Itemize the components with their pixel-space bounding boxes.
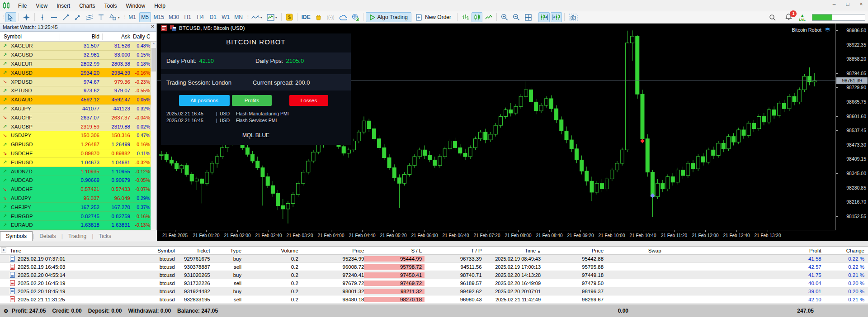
timeframe-w1[interactable]: W1	[220, 12, 231, 22]
timeframe-mn[interactable]: MN	[232, 12, 245, 22]
zoom-out-icon[interactable]	[511, 12, 522, 22]
market-watch-row-eurusd[interactable]: ↗EURUSD1.046731.04681-0.32%	[0, 158, 156, 167]
market-watch-row-xagusd[interactable]: ↗XAGUSD32.98133.0000.15%	[0, 51, 156, 60]
menu-insert[interactable]: Insert	[52, 1, 75, 10]
market-watch-row-eurgbp[interactable]: ↗EURGBP0.827450.82759-0.16%	[0, 212, 156, 221]
market-watch-row-audjpy[interactable]: ↘AUDJPY96.03796.0490.29%	[0, 194, 156, 203]
history-col-time2[interactable]: Time ▲	[482, 248, 541, 253]
market-watch-row-audnzd[interactable]: ↗AUDNZD1.109351.10955-0.12%	[0, 167, 156, 176]
menu-file[interactable]: File	[14, 1, 31, 10]
history-col-time[interactable]: Time	[0, 248, 134, 253]
menu-window[interactable]: Window	[122, 1, 150, 10]
time-axis[interactable]: 21 Feb 202521 Feb 01:2021 Feb 02:0021 Fe…	[157, 230, 836, 241]
cloud-icon[interactable]	[337, 12, 349, 22]
market-watch-row-euraud[interactable]: ↗EURAUD1.638181.63831-0.13%	[0, 221, 156, 230]
robot-button-profits[interactable]: Profits	[232, 95, 272, 106]
toolbox-close-icon[interactable]: x	[1, 247, 6, 252]
history-row[interactable]: 2025.02.20 18:45:19btcusd931924482buy0.2…	[0, 287, 868, 295]
menu-charts[interactable]: Charts	[75, 1, 99, 10]
history-col-tp[interactable]: T / P	[425, 248, 482, 253]
market-watch-row-xaugbp[interactable]: ↗XAUGBP2319.592319.880.02%	[0, 122, 156, 131]
history-col-swap[interactable]: Swap	[604, 248, 661, 253]
timeframe-m5[interactable]: M5	[139, 12, 151, 22]
tile-windows-icon[interactable]	[523, 12, 533, 22]
timeframe-m15[interactable]: M15	[152, 12, 166, 22]
market-watch-row-xauusd[interactable]: ↗XAUUSD2934.202934.39-0.16%	[0, 68, 156, 77]
history-col-vol[interactable]: Volume	[241, 248, 298, 253]
market-watch-row-audcad[interactable]: ↗AUDCAD0.906690.90679-0.05%	[0, 176, 156, 185]
scrollbar-thumb[interactable]	[151, 48, 156, 71]
history-col-type[interactable]: Type	[210, 248, 242, 253]
text-icon[interactable]	[96, 12, 107, 22]
history-row[interactable]: 2025.02.19 07:37:01btcusd929761675buy0.2…	[0, 255, 868, 263]
notifications-icon[interactable]: 1	[785, 13, 793, 22]
minimize-button[interactable]: –	[831, 1, 837, 7]
history-row[interactable]: 2025.02.19 16:45:03btcusd930378887sell0.…	[0, 263, 868, 271]
market-watch-row-xageur[interactable]: ↗XAGEUR31.50731.5260.48%	[0, 42, 156, 51]
line-chart-icon[interactable]	[483, 12, 494, 22]
bars-icon[interactable]	[460, 12, 471, 22]
history-col-ticket[interactable]: Ticket	[175, 248, 210, 253]
channel-icon[interactable]	[84, 12, 95, 22]
search-icon[interactable]	[767, 13, 778, 23]
market-watch-scrollbar[interactable]: ˄ ˅	[151, 42, 156, 241]
camera-icon[interactable]	[567, 12, 580, 22]
dollar-icon[interactable]: $	[284, 12, 295, 22]
zoom-in-icon[interactable]	[499, 12, 510, 22]
market-watch-row-chfjpy[interactable]: ↗CHFJPY167.252167.2700.37%	[0, 203, 156, 212]
cursor-icon[interactable]	[5, 12, 16, 22]
history-col-symbol[interactable]: Symbol	[134, 248, 175, 253]
market-watch-row-gbpusd[interactable]: ↗GBPUSD1.264871.26499-0.16%	[0, 140, 156, 149]
market-watch-col-symbol[interactable]: Symbol	[0, 33, 60, 40]
market-watch-row-usdjpy[interactable]: ↘USDJPY150.306150.3160.47%	[0, 131, 156, 140]
angle-trend-icon[interactable]	[72, 12, 83, 22]
template-icon[interactable]: ▾	[265, 12, 279, 22]
history-row[interactable]: 2025.02.20 04:55:14btcusd931020265buy0.2…	[0, 271, 868, 279]
tab-details[interactable]: Details	[34, 232, 61, 241]
market-watch-row-xauchf[interactable]: ↘XAUCHF2637.072637.37-0.04%	[0, 113, 156, 122]
market-watch-row-xpdusd[interactable]: ↘XPDUSD974.67979.36-0.23%	[0, 77, 156, 86]
menu-help[interactable]: Help	[150, 1, 170, 10]
lvl-icon[interactable]: ▲ LVL	[799, 14, 806, 22]
robot-button-all-positions[interactable]: All positions	[179, 95, 230, 106]
market-watch-row-audchf[interactable]: ↘AUDCHF0.574210.57433-0.07%	[0, 185, 156, 194]
shift-left-icon[interactable]	[551, 12, 562, 22]
market-watch-row-xaujpy[interactable]: ↗XAUJPY4410774411230.32%	[0, 105, 156, 114]
chart-window[interactable]: BTCUSD, M5: Bitcoin (USD) Bitcoin Robot …	[157, 24, 868, 241]
robot-button-losses[interactable]: Losses	[289, 95, 328, 106]
history-col-sl[interactable]: S / L	[364, 248, 425, 253]
indicator-icon[interactable]: ▾	[250, 12, 264, 22]
history-col-profit[interactable]: Profit	[661, 248, 821, 253]
history-row[interactable]: 2025.02.20 16:45:19btcusd931732226sell0.…	[0, 279, 868, 287]
vline-icon[interactable]	[37, 12, 48, 22]
panel-splitter[interactable]	[0, 241, 868, 247]
timeframe-m1[interactable]: M1	[127, 12, 138, 22]
market-watch-col-ask[interactable]: Ask	[102, 33, 133, 40]
crosshair-icon[interactable]	[21, 12, 32, 22]
trendline-icon[interactable]	[61, 12, 71, 22]
restore-button[interactable]: □	[844, 1, 851, 7]
history-col-price2[interactable]: Price	[541, 248, 604, 253]
history-row[interactable]: 2025.02.21 11:31:25btcusd932833195sell0.…	[0, 295, 868, 304]
tab-ticks[interactable]: Ticks	[93, 232, 117, 241]
market-watch-row-xptusd[interactable]: ↗XPTUSD973.62979.07-0.55%	[0, 86, 156, 95]
price-axis[interactable]: 98986.5098922.3598858.2098794.0598729.90…	[835, 24, 868, 230]
market-watch-column-headers[interactable]: SymbolBidAskDaily Ch...	[0, 32, 156, 42]
new-order-button[interactable]: New Order	[412, 12, 455, 22]
tab-trading[interactable]: Trading	[63, 232, 92, 241]
market-watch-col-bid[interactable]: Bid	[60, 33, 102, 40]
candles-icon[interactable]	[472, 12, 482, 22]
market-watch-row-xauaud[interactable]: ↗XAUAUD4592.124592.470.05%	[0, 95, 156, 105]
timeframe-d1[interactable]: D1	[207, 12, 219, 22]
menu-tools[interactable]: Tools	[100, 1, 122, 10]
tab-symbols[interactable]: Symbols	[0, 231, 33, 241]
close-button[interactable]: ×	[858, 1, 864, 7]
algo-trading-button[interactable]: Algo Trading	[366, 12, 411, 22]
ide-button[interactable]: IDE	[300, 12, 312, 22]
hline-icon[interactable]	[49, 12, 60, 22]
market-watch-close-icon[interactable]: ✕	[151, 24, 155, 29]
menu-view[interactable]: View	[31, 1, 52, 10]
signal-icon[interactable]: ((•))	[325, 12, 336, 22]
timeframe-m30[interactable]: M30	[167, 12, 181, 22]
history-col-price[interactable]: Price	[298, 248, 364, 253]
